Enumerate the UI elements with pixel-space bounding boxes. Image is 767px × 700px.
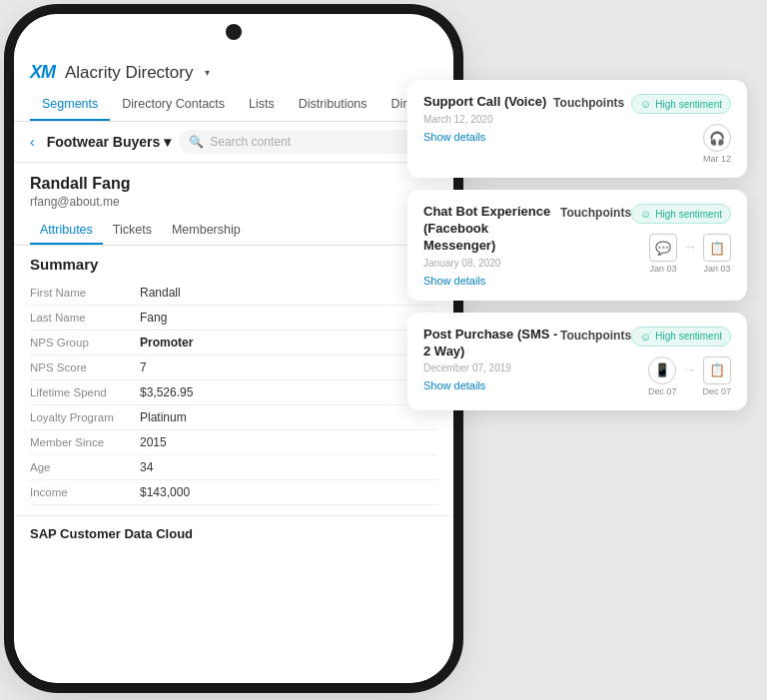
attr-value-lastname: Fang [140,311,167,325]
attr-value-npsgroup: Promoter [140,336,193,350]
card-touchpoints-label-1: Touchpoints [553,94,624,110]
card-date-2: January 08, 2020 [423,258,560,269]
card-right-1: ☺ High sentiment 🎧 Mar 12 [631,94,731,164]
attr-value-age: 34 [140,460,153,474]
sentiment-badge-2: ☺ High sentiment [631,204,731,224]
search-placeholder: Search content [210,135,291,149]
card-touchpoints-label-2: Touchpoints [560,204,631,220]
sub-tab-membership[interactable]: Membership [162,217,251,245]
sub-tab-attributes[interactable]: Attributes [30,217,103,245]
sentiment-text-1: High sentiment [655,99,722,110]
attr-value-member-since: 2015 [140,435,167,449]
segment-selector[interactable]: Footwear Buyers ▾ [47,134,172,150]
card-header-row-1: Support Call (Voice) March 12, 2020 Show… [423,94,731,164]
tab-directory-contacts[interactable]: Directory Contacts [110,89,237,121]
scene: XM Alacrity Directory ▾ Segments Directo… [0,0,767,700]
tp-item-3b: 📋 Dec 07 [702,356,731,396]
attr-row-age: Age 34 [30,455,437,480]
attr-value-loyalty: Platinum [140,410,187,424]
attr-row-lifetime-spend: Lifetime Spend $3,526.95 [30,380,437,405]
contact-email: rfang@about.me [30,195,437,209]
sap-footer: SAP Customer Data Cloud [14,515,453,545]
tp-date-2a: Jan 03 [649,264,676,274]
tp-icon-clipboard: 📋 [703,234,731,262]
phone-inner: XM Alacrity Directory ▾ Segments Directo… [14,14,453,683]
show-details-1[interactable]: Show details [423,131,546,143]
attr-label-income: Income [30,486,140,498]
attr-row-loyalty: Loyalty Program Platinum [30,405,437,430]
phone-notch [226,24,242,40]
attr-label-loyalty: Loyalty Program [30,411,140,423]
nav-tabs: Segments Directory Contacts Lists Distri… [14,89,453,122]
attr-label-npsscore: NPS Score [30,361,140,373]
search-row: ‹ Footwear Buyers ▾ 🔍 Search content [14,122,453,163]
card-title-1: Support Call (Voice) [423,94,546,111]
sentiment-icon-1: ☺ [640,98,651,110]
search-icon: 🔍 [189,135,204,149]
attr-label-lastname: Last Name [30,312,140,324]
touchpoints-row-3: 📱 Dec 07 → 📋 Dec 07 [648,356,731,396]
attr-row-npsscore: NPS Score 7 [30,355,437,380]
card-left-2: Chat Bot Experience (Facebook Messenger)… [423,204,560,287]
attr-label-lifetime-spend: Lifetime Spend [30,386,140,398]
card-chatbot: Chat Bot Experience (Facebook Messenger)… [407,190,747,301]
summary-section: Summary First Name Randall Last Name Fan… [14,246,453,515]
app-header: XM Alacrity Directory ▾ [14,54,453,89]
attr-row-member-since: Member Since 2015 [30,430,437,455]
card-left-1: Support Call (Voice) March 12, 2020 Show… [423,94,546,143]
sentiment-icon-3: ☺ [640,331,651,343]
sub-tab-tickets[interactable]: Tickets [103,217,162,245]
sentiment-icon-2: ☺ [640,208,651,220]
tp-item-1a: 🎧 Mar 12 [703,124,731,164]
tp-item-3a: 📱 Dec 07 [648,356,677,396]
attr-row-firstname: First Name Randall [30,281,437,306]
card-touchpoints-label-3: Touchpoints [560,327,631,343]
show-details-2[interactable]: Show details [423,275,560,287]
contact-name: Randall Fang [30,175,437,193]
attr-row-income: Income $143,000 [30,480,437,505]
tab-lists[interactable]: Lists [237,89,287,121]
card-title-2: Chat Bot Experience (Facebook Messenger) [423,204,560,255]
title-chevron-icon[interactable]: ▾ [205,67,210,78]
card-left-3: Post Purchase (SMS - 2 Way) December 07,… [423,327,560,392]
attr-label-firstname: First Name [30,287,140,299]
cards-panel: Support Call (Voice) March 12, 2020 Show… [407,80,747,410]
touchpoints-row-2: 💬 Jan 03 → 📋 Jan 03 [649,234,731,274]
sentiment-badge-1: ☺ High sentiment [631,94,731,114]
attr-value-firstname: Randall [140,286,181,300]
card-right-2: ☺ High sentiment 💬 Jan 03 → 📋 Jan 03 [631,204,731,274]
segment-name: Footwear Buyers [47,134,161,150]
tab-segments[interactable]: Segments [30,89,110,121]
card-header-row-2: Chat Bot Experience (Facebook Messenger)… [423,204,731,287]
tp-date-3a: Dec 07 [648,386,677,396]
sap-title: SAP Customer Data Cloud [30,526,193,541]
attr-label-age: Age [30,461,140,473]
contact-header: Randall Fang rfang@about.me [14,163,453,213]
sentiment-badge-3: ☺ High sentiment [631,327,731,347]
card-right-3: ☺ High sentiment 📱 Dec 07 → 📋 Dec 07 [631,327,731,396]
tp-icon-clipboard-3: 📋 [703,356,731,384]
back-button[interactable]: ‹ [26,132,39,152]
attr-label-member-since: Member Since [30,436,140,448]
sentiment-text-3: High sentiment [655,331,722,342]
attr-value-income: $143,000 [140,485,190,499]
tp-arrow-2: → [683,239,697,255]
phone-shell: XM Alacrity Directory ▾ Segments Directo… [14,14,453,683]
xm-logo: XM [30,62,55,83]
tp-icon-headset: 🎧 [703,124,731,152]
touchpoints-row-1: 🎧 Mar 12 [703,124,731,164]
attr-value-lifetime-spend: $3,526.95 [140,385,193,399]
attr-label-npsgroup: NPS Group [30,337,140,349]
search-box[interactable]: 🔍 Search content [179,130,441,154]
card-post-purchase: Post Purchase (SMS - 2 Way) December 07,… [407,313,747,410]
summary-title: Summary [30,256,437,273]
tp-date-1a: Mar 12 [703,154,731,164]
card-support-call: Support Call (Voice) March 12, 2020 Show… [407,80,747,178]
attr-row-npsgroup: NPS Group Promoter [30,331,437,355]
tab-distributions[interactable]: Distributions [287,89,380,121]
show-details-3[interactable]: Show details [423,379,560,391]
card-title-3: Post Purchase (SMS - 2 Way) [423,327,560,360]
tp-icon-chat: 💬 [649,234,677,262]
card-date-1: March 12, 2020 [423,114,546,125]
phone-content: XM Alacrity Directory ▾ Segments Directo… [14,14,453,683]
